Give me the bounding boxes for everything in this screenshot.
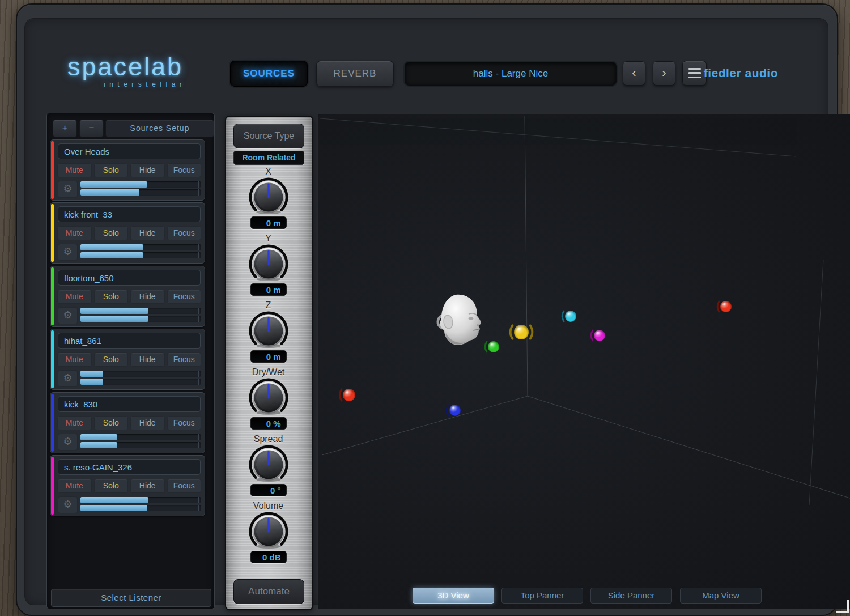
source-color-strip [51, 330, 54, 388]
solo-button[interactable]: Solo [94, 226, 129, 240]
knob-group-y: Y 0 m [233, 233, 303, 296]
hide-button[interactable]: Hide [130, 226, 165, 240]
source-name-field[interactable]: floortom_650 [58, 270, 201, 286]
mute-button[interactable]: Mute [57, 479, 92, 493]
knob-label: Y [233, 233, 303, 244]
source-settings-button[interactable]: ⚙ [58, 496, 78, 513]
mute-button[interactable]: Mute [57, 290, 92, 304]
solo-button[interactable]: Solo [94, 416, 129, 430]
gear-icon: ⚙ [63, 499, 72, 510]
gear-icon: ⚙ [63, 372, 72, 384]
preset-display[interactable]: halls - Large Nice [405, 62, 617, 86]
source-name-field[interactable]: kick_830 [58, 396, 201, 412]
y-value-display[interactable]: 0 m [250, 283, 287, 296]
hide-button[interactable]: Hide [130, 416, 165, 430]
viewport-3d[interactable]: 3D View Top Panner Side Panner Map View [318, 114, 850, 609]
source-sphere-floortom[interactable] [485, 341, 499, 352]
source-settings-button[interactable]: ⚙ [58, 307, 78, 324]
z-knob[interactable] [246, 311, 291, 349]
solo-button[interactable]: Solo [94, 352, 129, 367]
source-card: s. reso-GAIN_326 Mute Solo Hide Focus ⚙ [50, 455, 205, 516]
source-color-strip [51, 204, 54, 262]
sources-setup-button[interactable]: Sources Setup [105, 120, 214, 137]
automate-button[interactable]: Automate [233, 579, 304, 604]
add-source-button[interactable]: + [53, 120, 77, 137]
solo-button[interactable]: Solo [94, 290, 129, 304]
source-sphere-reso[interactable] [591, 330, 605, 341]
room-wireframe-line [809, 260, 823, 505]
source-sphere-hihat[interactable] [562, 311, 576, 322]
source-color-strip [51, 141, 54, 199]
level-meter [80, 181, 201, 196]
source-name-field[interactable]: kick front_33 [58, 206, 201, 222]
focus-button[interactable]: Focus [167, 290, 202, 304]
focus-button[interactable]: Focus [167, 416, 202, 430]
solo-button[interactable]: Solo [94, 479, 129, 493]
level-meter [80, 308, 201, 322]
menu-button[interactable] [682, 61, 707, 86]
plugin-window: spacelab interstellar SOURCES REVERB hal… [16, 3, 838, 616]
source-settings-button[interactable]: ⚙ [58, 181, 78, 198]
source-settings-button[interactable]: ⚙ [58, 370, 78, 387]
mute-button[interactable]: Mute [57, 163, 92, 177]
listener-head[interactable] [438, 295, 481, 345]
drywet-value-display[interactable]: 0 % [250, 417, 287, 430]
spread-value-display[interactable]: 0 ° [250, 484, 287, 496]
focus-button[interactable]: Focus [167, 479, 202, 493]
logo-subtitle: interstellar [67, 81, 186, 88]
view-tab-top-panner[interactable]: Top Panner [502, 588, 583, 604]
x-knob[interactable] [246, 177, 291, 215]
source-sphere-overheads-right[interactable] [717, 301, 732, 312]
chevron-left-icon: ‹ [632, 66, 636, 80]
source-card: Over Heads Mute Solo Hide Focus ⚙ [50, 139, 205, 201]
brand-logo: fiedler audio [704, 66, 778, 80]
source-settings-button[interactable]: ⚙ [58, 434, 78, 451]
source-sphere-kick-front[interactable] [511, 325, 533, 339]
drywet-knob[interactable] [246, 377, 291, 416]
hide-button[interactable]: Hide [130, 352, 165, 367]
resize-handle[interactable] [836, 600, 849, 613]
view-tab-3d[interactable]: 3D View [413, 588, 494, 604]
gear-icon: ⚙ [63, 246, 72, 257]
mute-button[interactable]: Mute [57, 352, 92, 367]
source-card: floortom_650 Mute Solo Hide Focus ⚙ [50, 266, 205, 327]
sources-sidebar: + − Sources Setup Over Heads Mute Solo H… [46, 113, 215, 609]
hide-button[interactable]: Hide [130, 290, 165, 304]
preset-prev-button[interactable]: ‹ [623, 61, 645, 86]
solo-button[interactable]: Solo [94, 163, 129, 177]
source-type-button[interactable]: Source Type [233, 124, 304, 148]
source-name-field[interactable]: Over Heads [58, 143, 201, 159]
gear-icon: ⚙ [63, 309, 72, 321]
volume-knob[interactable] [246, 511, 291, 550]
room-related-display[interactable]: Room Related [233, 151, 304, 165]
z-value-display[interactable]: 0 m [250, 350, 287, 363]
remove-source-button[interactable]: − [79, 120, 104, 137]
volume-value-display[interactable]: 0 dB [250, 551, 287, 563]
hide-button[interactable]: Hide [130, 163, 165, 177]
view-tab-side-panner[interactable]: Side Panner [590, 588, 672, 604]
tab-reverb[interactable]: REVERB [316, 61, 394, 87]
knob-label: Volume [233, 501, 303, 511]
source-card: kick_830 Mute Solo Hide Focus ⚙ [50, 392, 205, 453]
x-value-display[interactable]: 0 m [250, 216, 287, 229]
tab-sources[interactable]: SOURCES [230, 61, 308, 87]
source-settings-button[interactable]: ⚙ [58, 244, 78, 261]
source-name-field[interactable]: s. reso-GAIN_326 [58, 459, 201, 475]
focus-button[interactable]: Focus [167, 226, 202, 240]
focus-button[interactable]: Focus [167, 352, 202, 367]
mute-button[interactable]: Mute [57, 226, 92, 240]
spread-knob[interactable] [246, 444, 291, 483]
view-tab-map-view[interactable]: Map View [680, 588, 762, 604]
mute-button[interactable]: Mute [57, 416, 92, 430]
select-listener-button[interactable]: Select Listener [51, 589, 211, 607]
focus-button[interactable]: Focus [167, 163, 202, 177]
source-sphere-overheads-left[interactable] [340, 389, 355, 401]
y-knob[interactable] [246, 244, 291, 282]
source-controls-panel: Source Type Room Related X 0 m Y [225, 116, 313, 610]
room-wireframe-line [320, 118, 796, 156]
hide-button[interactable]: Hide [130, 479, 165, 493]
preset-next-button[interactable]: › [653, 61, 675, 86]
source-sphere-kick[interactable] [447, 405, 461, 416]
level-meter [80, 244, 201, 259]
source-name-field[interactable]: hihat_861 [58, 333, 201, 349]
